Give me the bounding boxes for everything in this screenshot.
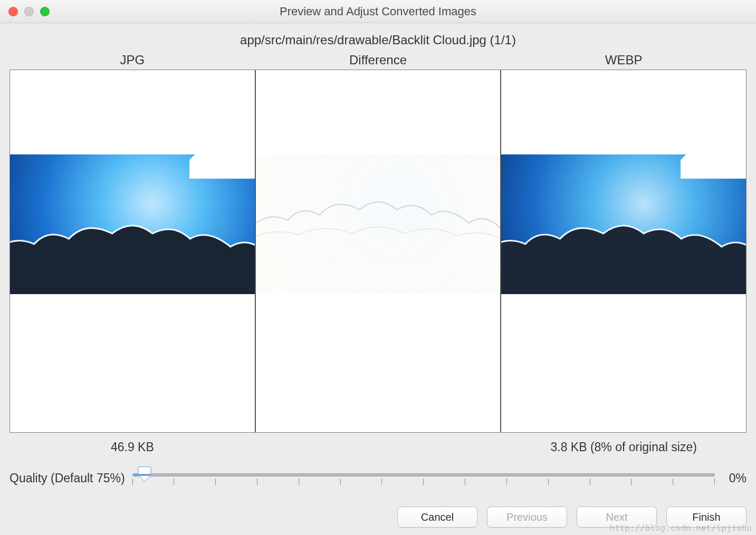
preview-image-difference	[256, 154, 501, 294]
converted-size: 3.8 KB (8% of original size)	[501, 440, 747, 454]
original-size: 46.9 KB	[9, 440, 255, 454]
close-icon[interactable]	[8, 7, 18, 16]
previous-button[interactable]: Previous	[487, 507, 567, 528]
preview-panel-webp[interactable]	[501, 70, 746, 432]
preview-panel-jpg[interactable]	[10, 70, 256, 432]
column-headers: JPG Difference WEBP	[9, 53, 747, 67]
preview-panel-difference[interactable]	[256, 70, 502, 432]
quality-label: Quality (Default 75%)	[9, 470, 125, 485]
quality-slider[interactable]	[132, 470, 715, 485]
preview-image-jpg	[10, 154, 255, 294]
titlebar: Preview and Adjust Converted Images	[0, 0, 756, 23]
cancel-button[interactable]: Cancel	[397, 507, 477, 528]
preview-image-webp	[501, 154, 746, 294]
column-header-webp: WEBP	[501, 53, 747, 67]
column-header-difference: Difference	[255, 53, 501, 67]
footer-buttons: Cancel Previous Next Finish	[9, 507, 747, 528]
slider-thumb-icon[interactable]	[138, 466, 151, 482]
cloud-dark-icon	[501, 215, 746, 294]
quality-row: Quality (Default 75%) 0%	[9, 470, 747, 485]
slider-ticks	[132, 479, 715, 485]
cloud-highlight-icon	[681, 154, 746, 179]
window-controls	[8, 7, 50, 16]
file-path: app/src/main/res/drawable/Backlit Cloud.…	[9, 33, 747, 47]
window-title: Preview and Adjust Converted Images	[7, 5, 749, 18]
zoom-icon[interactable]	[40, 7, 50, 16]
quality-value: 0%	[722, 470, 747, 485]
finish-button[interactable]: Finish	[666, 507, 747, 528]
column-header-jpg: JPG	[9, 53, 255, 67]
cloud-dark-icon	[10, 215, 255, 294]
next-button[interactable]: Next	[577, 507, 657, 528]
size-labels: 46.9 KB 3.8 KB (8% of original size)	[9, 440, 747, 454]
minimize-icon[interactable]	[24, 7, 34, 16]
cloud-highlight-icon	[189, 154, 255, 179]
preview-row	[9, 70, 747, 433]
